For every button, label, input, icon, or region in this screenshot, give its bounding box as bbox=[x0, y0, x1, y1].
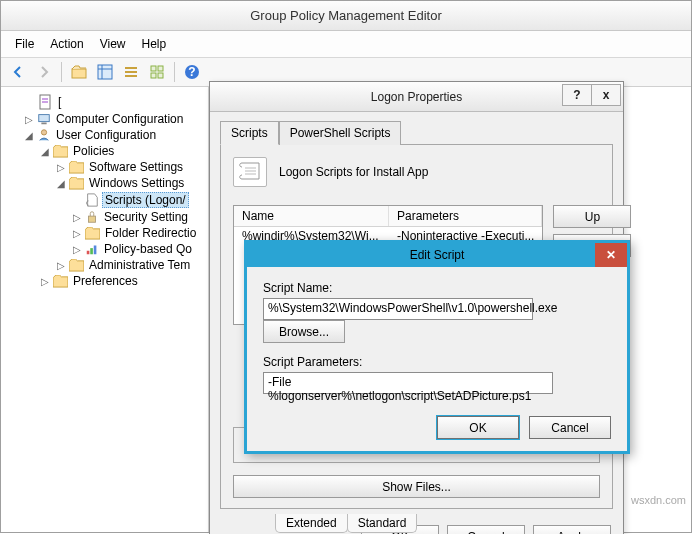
edit-title: Edit Script ✕ bbox=[247, 243, 627, 267]
script-icon bbox=[85, 193, 99, 207]
svg-rect-7 bbox=[151, 66, 156, 71]
tab-powershell-scripts[interactable]: PowerShell Scripts bbox=[279, 121, 402, 145]
svg-rect-0 bbox=[72, 69, 86, 78]
dialog-help-button[interactable]: ? bbox=[562, 84, 592, 106]
watermark: wsxdn.com bbox=[631, 494, 686, 506]
apply-button[interactable]: Apply bbox=[533, 525, 611, 534]
tree-computer-config[interactable]: ▷Computer Configuration bbox=[23, 111, 206, 127]
tree-preferences[interactable]: ▷Preferences bbox=[39, 273, 206, 289]
tree-policy-qos[interactable]: ▷Policy-based Qo bbox=[71, 241, 206, 257]
label-script-name: Script Name: bbox=[263, 281, 611, 295]
lock-setting-icon bbox=[85, 210, 99, 224]
qos-icon bbox=[85, 242, 99, 256]
browse-button[interactable]: Browse... bbox=[263, 320, 345, 343]
doc-icon bbox=[37, 94, 53, 110]
script-params-input[interactable]: -File %logonserver%\netlogon\script\SetA… bbox=[263, 372, 553, 394]
logon-heading: Logon Scripts for Install App bbox=[279, 165, 428, 179]
folder-icon bbox=[69, 161, 84, 174]
tree-scripts[interactable]: Scripts (Logon/ bbox=[71, 191, 206, 209]
tree-software-settings[interactable]: ▷Software Settings bbox=[55, 159, 206, 175]
bottom-tabs: Extended Standard bbox=[275, 514, 416, 533]
svg-rect-21 bbox=[90, 248, 93, 254]
svg-text:?: ? bbox=[188, 65, 195, 79]
computer-icon bbox=[37, 112, 51, 126]
cancel-button[interactable]: Cancel bbox=[447, 525, 525, 534]
script-name-input[interactable]: %\System32\WindowsPowerShell\v1.0\powers… bbox=[263, 298, 533, 320]
svg-point-18 bbox=[41, 130, 46, 135]
folder-icon bbox=[69, 177, 84, 190]
svg-rect-1 bbox=[98, 65, 112, 79]
grid-icon[interactable] bbox=[146, 61, 168, 83]
svg-rect-17 bbox=[41, 123, 46, 125]
folder-icon bbox=[53, 275, 68, 288]
logon-tabstrip: Scripts PowerShell Scripts bbox=[210, 112, 623, 144]
back-button[interactable] bbox=[7, 61, 29, 83]
tree-windows-settings[interactable]: ◢Windows Settings bbox=[55, 175, 206, 191]
show-files-button[interactable]: Show Files... bbox=[233, 475, 600, 498]
folder-icon bbox=[53, 145, 68, 158]
edit-cancel-button[interactable]: Cancel bbox=[529, 416, 611, 439]
svg-rect-20 bbox=[87, 251, 90, 255]
svg-rect-10 bbox=[158, 73, 163, 78]
dialog-close-button[interactable]: x bbox=[591, 84, 621, 106]
svg-rect-19 bbox=[89, 216, 96, 222]
details-icon[interactable] bbox=[120, 61, 142, 83]
tree-security-settings[interactable]: ▷Security Setting bbox=[71, 209, 206, 225]
menubar: File Action View Help bbox=[1, 31, 691, 58]
tree-admin-templates[interactable]: ▷Administrative Tem bbox=[55, 257, 206, 273]
forward-button[interactable] bbox=[33, 61, 55, 83]
list-view-icon[interactable] bbox=[94, 61, 116, 83]
scroll-icon bbox=[233, 157, 267, 187]
label-script-params: Script Parameters: bbox=[263, 355, 611, 369]
tree-pane[interactable]: [ ▷Computer Configuration ◢User Configur… bbox=[1, 87, 209, 532]
tab-scripts[interactable]: Scripts bbox=[220, 121, 279, 145]
menu-file[interactable]: File bbox=[9, 35, 40, 53]
up-button[interactable]: Up bbox=[553, 205, 631, 228]
edit-ok-button[interactable]: OK bbox=[437, 416, 519, 439]
col-name[interactable]: Name bbox=[234, 206, 389, 226]
logon-title: Logon Properties ? x bbox=[210, 82, 623, 112]
help-icon[interactable]: ? bbox=[181, 61, 203, 83]
menu-action[interactable]: Action bbox=[44, 35, 89, 53]
svg-rect-9 bbox=[151, 73, 156, 78]
folder-icon bbox=[69, 259, 84, 272]
svg-rect-22 bbox=[94, 246, 97, 255]
tree-folder-redirection[interactable]: ▷Folder Redirectio bbox=[71, 225, 206, 241]
tab-standard[interactable]: Standard bbox=[347, 514, 418, 533]
list-header: Name Parameters bbox=[234, 206, 542, 227]
window-title: Group Policy Management Editor bbox=[1, 1, 691, 31]
folder-up-icon[interactable] bbox=[68, 61, 90, 83]
tree-policies[interactable]: ◢Policies bbox=[39, 143, 206, 159]
svg-rect-6 bbox=[125, 75, 137, 77]
col-parameters[interactable]: Parameters bbox=[389, 206, 542, 226]
svg-rect-8 bbox=[158, 66, 163, 71]
svg-rect-16 bbox=[39, 115, 50, 122]
svg-rect-5 bbox=[125, 71, 137, 73]
close-icon[interactable]: ✕ bbox=[595, 243, 627, 267]
tree-root[interactable]: [ bbox=[23, 93, 206, 111]
tree-user-config[interactable]: ◢User Configuration bbox=[23, 127, 206, 143]
folder-icon bbox=[85, 227, 100, 240]
user-icon bbox=[37, 128, 51, 142]
tab-extended[interactable]: Extended bbox=[275, 514, 348, 533]
edit-script-dialog: Edit Script ✕ Script Name: %\System32\Wi… bbox=[244, 240, 630, 454]
svg-rect-4 bbox=[125, 67, 137, 69]
menu-help[interactable]: Help bbox=[136, 35, 173, 53]
menu-view[interactable]: View bbox=[94, 35, 132, 53]
